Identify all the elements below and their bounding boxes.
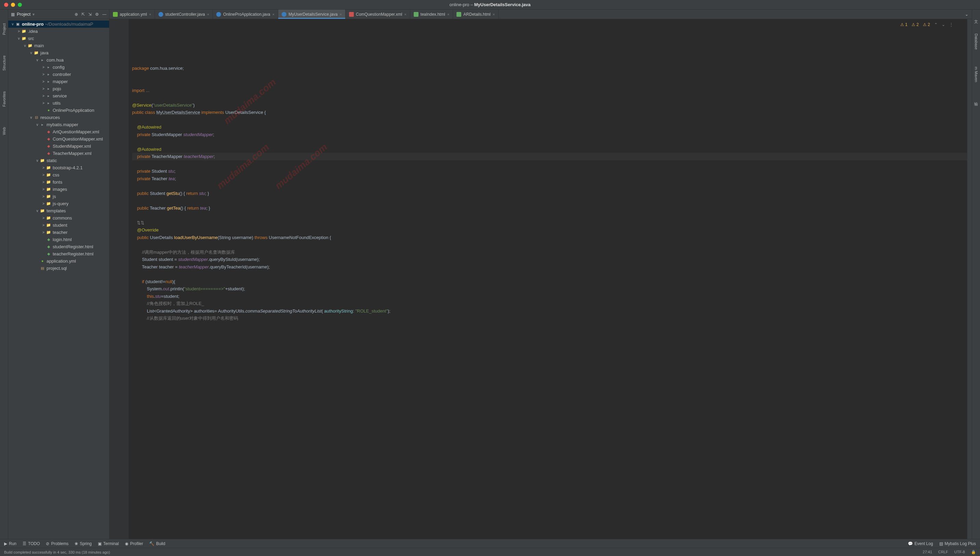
tree-item-com-hua[interactable]: v▸com.hua — [8, 57, 109, 64]
rail-database[interactable]: Database — [974, 34, 978, 50]
tree-root[interactable]: v▣online-pro ~/Downloads/mudaimaP — [8, 21, 109, 28]
expand-icon[interactable]: ⇱ — [81, 12, 85, 17]
tree-item-OnlineProApplication[interactable]: ●OnlineProApplication — [8, 107, 109, 114]
close-tab-icon[interactable]: × — [404, 12, 406, 16]
toolwindow-terminal[interactable]: ▣Terminal — [98, 541, 119, 546]
tree-item-images[interactable]: >📁images — [8, 186, 109, 193]
code-line[interactable] — [132, 116, 967, 124]
code-line[interactable] — [132, 182, 967, 190]
code-line[interactable]: private TeacherMapper teacherMapper; — [132, 153, 967, 160]
settings-icon[interactable]: ⚙ — [95, 12, 99, 17]
tree-item-java[interactable]: v📁java — [8, 49, 109, 57]
close-tab-icon[interactable]: × — [340, 12, 342, 16]
code-line[interactable]: //角色授权时，需加上ROLE_ — [132, 300, 967, 307]
tab-OnlineProApplication-java[interactable]: OnlineProApplication.java× — [213, 10, 278, 19]
tree-item-js-query[interactable]: >📁js-query — [8, 200, 109, 207]
tree-item-ArtQuestionMapper-xml[interactable]: ◆ArtQuestionMapper.xml — [8, 128, 109, 136]
rail-m-maven[interactable]: m Maven — [974, 67, 978, 82]
tab-ComQuestionMapper-xml[interactable]: ComQuestionMapper.xml× — [346, 10, 410, 19]
code-line[interactable] — [132, 197, 967, 204]
tab-teaIndex-html[interactable]: teaIndex.html× — [410, 10, 453, 19]
tree-item-ComQuestionMapper-xml[interactable]: ◆ComQuestionMapper.xml — [8, 136, 109, 142]
tree-item-resources[interactable]: v⊟resources — [8, 114, 109, 121]
collapse-icon[interactable]: ⇲ — [88, 12, 92, 17]
tree-item-js[interactable]: >📁js — [8, 193, 109, 200]
rail-web[interactable]: Web — [2, 127, 6, 135]
code-line[interactable]: this.stu=student; — [132, 293, 967, 300]
inspections-summary[interactable]: ⚠ 1 ⚠ 2 ⚠ 2 ⌃ ⌄ ⋮ — [900, 21, 953, 29]
code-line[interactable] — [132, 72, 967, 80]
tab-ARDetails-html[interactable]: ARDetails.html× — [453, 10, 499, 19]
tree-item-application-yml[interactable]: ●application.yml — [8, 257, 109, 265]
code-line[interactable]: private Student stu; — [132, 168, 967, 175]
tree-item-mybatis-mapper[interactable]: v▸mybatis.mapper — [8, 121, 109, 128]
code-line[interactable]: if (student!=null){ — [132, 278, 967, 286]
rail-favorites[interactable]: Favorites — [2, 91, 6, 107]
toolwindow-problems[interactable]: ⊘Problems — [46, 541, 68, 546]
tree-item-static[interactable]: v📁static — [8, 157, 109, 164]
tree-item-studentRegister-html[interactable]: ◆studentRegister.html — [8, 243, 109, 250]
tabs-dropdown[interactable]: ⌄ — [962, 10, 972, 19]
code-line[interactable] — [132, 160, 967, 168]
close-tab-icon[interactable]: × — [207, 12, 209, 16]
code-line[interactable]: private Teacher tea; — [132, 175, 967, 183]
toolwindow-build[interactable]: 🔨Build — [149, 541, 165, 546]
chevron-down-icon[interactable]: ⌄ — [942, 21, 945, 29]
status-27-41[interactable]: 27:41 — [923, 550, 933, 554]
tab-application-yml[interactable]: application.yml× — [110, 10, 155, 19]
rail-project[interactable]: Project — [2, 23, 6, 35]
toolwindow-todo[interactable]: ☰TODO — [23, 541, 40, 546]
close-tab-icon[interactable]: × — [447, 12, 449, 16]
code-line[interactable]: import ... — [132, 87, 967, 94]
minimize-window-button[interactable] — [11, 3, 15, 7]
tree-item-fonts[interactable]: >📁fonts — [8, 178, 109, 186]
tree-item-css[interactable]: >📁css — [8, 171, 109, 178]
tree-item-project-sql[interactable]: ▤project.sql — [8, 265, 109, 272]
tree-item-service[interactable]: >▸service — [8, 92, 109, 100]
code-line[interactable]: Teacher teacher = teacherMapper.queryByT… — [132, 263, 967, 271]
toolwindow-mybatis-log-plus[interactable]: ▤Mybatis Log Plus — [939, 541, 976, 546]
code-line[interactable]: public UserDetails loadUserByUsername(St… — [132, 234, 967, 241]
tree-item-config[interactable]: >▸config — [8, 64, 109, 71]
code-line[interactable]: private StudentMapper studentMapper; — [132, 131, 967, 139]
tab-MyUserDetailsService-java[interactable]: MyUserDetailsService.java× — [278, 10, 346, 19]
tree-item--idea[interactable]: >📁.idea — [8, 28, 109, 35]
tab-studentController-java[interactable]: studentController.java× — [155, 10, 213, 19]
lock-icon[interactable]: 🔒 — [971, 550, 976, 554]
error-stripe[interactable] — [967, 19, 972, 539]
hide-icon[interactable]: — — [102, 12, 107, 17]
code-line[interactable]: package com.hua.service; — [132, 65, 967, 72]
project-tree[interactable]: v▣online-pro ~/Downloads/mudaimaP>📁.idea… — [8, 19, 109, 539]
code-line[interactable]: List<GrantedAuthority> authorities= Auth… — [132, 307, 967, 315]
tree-item-templates[interactable]: v📁templates — [8, 207, 109, 214]
status-utf-8[interactable]: UTF-8 — [954, 550, 965, 554]
code-line[interactable]: @Autowired — [132, 145, 967, 153]
tree-item-controller[interactable]: >▸controller — [8, 71, 109, 78]
code-line[interactable]: @Service("userDetailsService") — [132, 102, 967, 109]
tree-item-TeacherMapper-xml[interactable]: ◆TeacherMapper.xml — [8, 150, 109, 157]
maximize-window-button[interactable] — [18, 3, 22, 7]
tree-item-teacherRegister-html[interactable]: ◆teacherRegister.html — [8, 250, 109, 257]
tree-item-StudentMapper-xml[interactable]: ◆StudentMapper.xml — [8, 142, 109, 150]
tree-item-bootstrap-4-2-1[interactable]: >📁bootstrap-4.2.1 — [8, 164, 109, 171]
code-line[interactable]: //从数据库返回的user对象中得到用户名和密码 — [132, 315, 967, 322]
code-line[interactable]: Student student = studentMapper.queryByS… — [132, 256, 967, 263]
tree-item-main[interactable]: v📁main — [8, 42, 109, 49]
toolwindow-profiler[interactable]: ◉Profiler — [125, 541, 143, 546]
chevron-up-icon[interactable]: ⌃ — [934, 21, 938, 29]
close-tab-icon[interactable]: × — [272, 12, 274, 16]
code-line[interactable] — [132, 212, 967, 219]
tree-item-src[interactable]: v📁src — [8, 35, 109, 42]
code-editor[interactable]: ⚠ 1 ⚠ 2 ⚠ 2 ⌃ ⌄ ⋮ mudaima.com mudaima.co… — [129, 19, 967, 539]
close-window-button[interactable] — [4, 3, 8, 7]
close-tab-icon[interactable]: × — [493, 12, 495, 16]
code-line[interactable] — [132, 241, 967, 249]
locate-icon[interactable]: ⊕ — [75, 12, 78, 17]
status-crlf[interactable]: CRLF — [938, 550, 948, 554]
tree-item-login-html[interactable]: ◆login.html — [8, 236, 109, 243]
code-line[interactable] — [132, 79, 967, 87]
tree-item-pojo[interactable]: >▸pojo — [8, 85, 109, 92]
close-tab-icon[interactable]: × — [149, 12, 151, 16]
code-line[interactable] — [132, 270, 967, 278]
toolwindow-event-log[interactable]: 💬Event Log — [908, 541, 933, 546]
